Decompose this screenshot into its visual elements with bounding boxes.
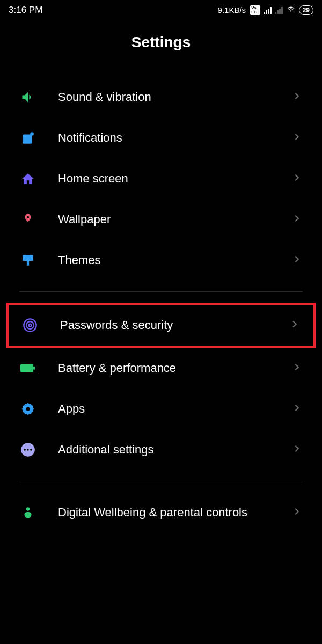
settings-item-label: Notifications	[58, 131, 291, 145]
chevron-right-icon	[291, 131, 303, 145]
svg-rect-3	[27, 261, 29, 266]
settings-item-label: Home screen	[58, 172, 291, 186]
svg-rect-8	[33, 367, 35, 370]
settings-item-additional[interactable]: Additional settings	[0, 429, 322, 470]
volume-icon	[19, 89, 36, 106]
settings-item-label: Battery & performance	[58, 361, 291, 375]
settings-item-label: Additional settings	[58, 443, 291, 457]
chevron-right-icon	[291, 172, 303, 186]
volte-icon: VoLTE	[250, 5, 260, 15]
chevron-right-icon	[291, 213, 303, 226]
chevron-right-icon	[291, 253, 303, 267]
chevron-right-icon	[289, 318, 301, 332]
signal-icon-2	[275, 6, 283, 14]
settings-item-themes[interactable]: Themes	[0, 240, 322, 281]
svg-point-1	[30, 132, 34, 136]
settings-item-label: Wallpaper	[58, 213, 291, 226]
battery-icon: 29	[299, 5, 313, 15]
settings-item-wellbeing[interactable]: Digital Wellbeing & parental controls	[0, 492, 322, 533]
svg-point-11	[24, 449, 26, 451]
settings-item-label: Themes	[58, 253, 291, 267]
settings-item-label: Apps	[58, 402, 291, 416]
chevron-right-icon	[291, 90, 303, 104]
svg-point-5	[26, 321, 34, 329]
status-time: 3:16 PM	[9, 5, 42, 16]
highlight-annotation: Passwords & security	[6, 303, 316, 348]
svg-rect-7	[20, 364, 33, 372]
settings-list: Sound & vibration Notifications Home scr…	[0, 77, 322, 533]
gear-icon	[19, 400, 36, 418]
wellbeing-icon	[19, 504, 36, 521]
svg-point-14	[26, 507, 30, 511]
wifi-icon	[286, 4, 296, 16]
dots-icon	[19, 441, 36, 458]
signal-icon	[264, 6, 272, 14]
battery-icon	[19, 360, 36, 377]
svg-rect-0	[23, 135, 32, 144]
chevron-right-icon	[291, 506, 303, 519]
settings-item-passwords-security[interactable]: Passwords & security	[21, 305, 301, 346]
settings-item-battery[interactable]: Battery & performance	[0, 348, 322, 389]
chevron-right-icon	[291, 361, 303, 375]
status-bar: 3:16 PM 9.1KB/s VoLTE 29	[0, 0, 322, 20]
status-speed: 9.1KB/s	[218, 5, 246, 14]
svg-point-6	[29, 324, 32, 327]
brush-icon	[19, 252, 36, 269]
svg-point-13	[30, 449, 32, 451]
bell-icon	[19, 129, 36, 147]
settings-item-label: Sound & vibration	[58, 90, 291, 104]
svg-point-9	[26, 407, 30, 411]
svg-point-12	[27, 449, 29, 451]
settings-item-label: Digital Wellbeing & parental controls	[58, 506, 291, 519]
status-right: 9.1KB/s VoLTE 29	[218, 4, 313, 16]
fingerprint-icon	[21, 317, 39, 334]
settings-item-apps[interactable]: Apps	[0, 389, 322, 429]
chevron-right-icon	[291, 402, 303, 416]
home-icon	[19, 170, 36, 187]
settings-item-sound[interactable]: Sound & vibration	[0, 77, 322, 118]
flower-icon	[19, 211, 36, 228]
divider	[19, 481, 303, 481]
settings-item-wallpaper[interactable]: Wallpaper	[0, 199, 322, 240]
svg-rect-2	[23, 255, 33, 261]
chevron-right-icon	[291, 443, 303, 457]
settings-item-notifications[interactable]: Notifications	[0, 118, 322, 158]
settings-item-home-screen[interactable]: Home screen	[0, 158, 322, 199]
settings-item-label: Passwords & security	[60, 318, 289, 332]
page-title: Settings	[0, 20, 322, 77]
divider	[19, 291, 303, 292]
